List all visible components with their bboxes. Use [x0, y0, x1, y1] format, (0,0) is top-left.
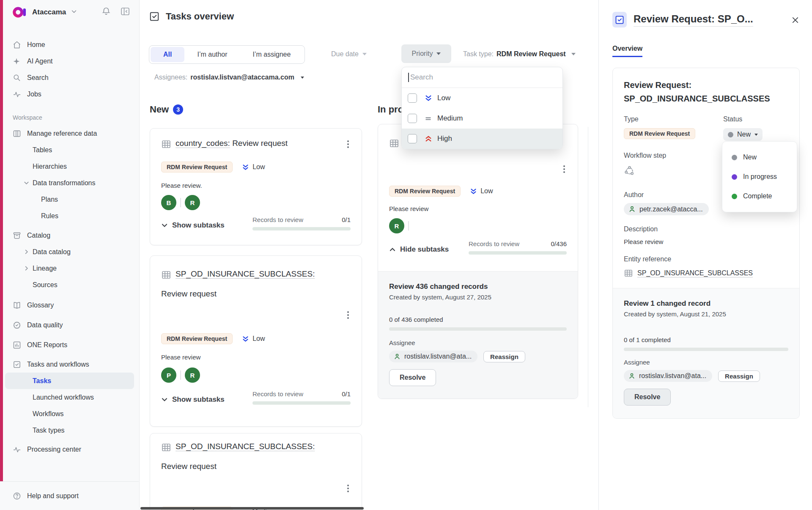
card-menu-kebab-icon[interactable] [346, 483, 351, 494]
sidebar-item-search[interactable]: Search [0, 69, 139, 86]
sidebar-item-one-reports[interactable]: ONE Reports [0, 337, 139, 353]
subtask-completed: 0 of 1 completed [624, 336, 788, 343]
card-title-suffix: Review request [161, 289, 351, 299]
card-title[interactable]: country_codes: Review request [176, 139, 288, 148]
card-entity-link[interactable]: SP_OD_INSURANCE_SUBCLASSES: [176, 442, 315, 451]
pulse-icon [13, 445, 21, 454]
tab-im-assignee[interactable]: I’m assignee [240, 47, 304, 62]
card-entity-link[interactable]: SP_OD_INSURANCE_SUBCLASSES: [176, 269, 315, 279]
avatar[interactable]: R [185, 195, 200, 210]
sidebar-item-task-types[interactable]: Task types [0, 422, 139, 439]
chevron-down-icon [23, 180, 30, 186]
card-menu-kebab-icon[interactable] [562, 164, 567, 175]
reassign-button[interactable]: Reassign [718, 370, 760, 382]
sidebar-item-rules[interactable]: Rules [0, 208, 139, 224]
collapse-sidebar-icon[interactable] [120, 6, 130, 18]
sidebar-item-processing-center[interactable]: Processing center [0, 441, 139, 458]
brand-chevron-down-icon[interactable] [71, 8, 77, 16]
priority-search-input[interactable]: Search [402, 67, 562, 88]
entity-reference-link[interactable]: SP_OD_INSURANCE_SUBCLASSES [637, 269, 753, 277]
status-option-complete[interactable]: Complete [732, 192, 787, 200]
sidebar-item-workflows[interactable]: Workflows [0, 406, 139, 422]
card-menu-kebab-icon[interactable] [346, 139, 351, 150]
checkbox[interactable] [408, 134, 417, 143]
sidebar-item-manage-reference-data[interactable]: Manage reference data [0, 125, 139, 142]
sidebar-item-ai-agent[interactable]: AI Agent [0, 53, 139, 69]
status-value: New [737, 131, 751, 138]
sidebar-item-label: ONE Reports [27, 341, 67, 349]
author-pill[interactable]: petr.zacek@atacca... [624, 203, 709, 215]
sidebar-item-plans[interactable]: Plans [0, 191, 139, 208]
close-icon[interactable] [791, 16, 799, 26]
sidebar-item-hierarchies[interactable]: Hierarchies [0, 158, 139, 175]
triangle-down-icon [436, 52, 441, 55]
priority-option-medium[interactable]: Medium [402, 108, 562, 129]
priority-text: Low [480, 187, 493, 195]
sidebar-item-label: Rules [41, 212, 58, 220]
show-subtasks-toggle[interactable]: Show subtasks [161, 221, 225, 230]
person-icon [628, 372, 636, 380]
task-card-sp-od-insurance-2[interactable]: SP_OD_INSURANCE_SUBCLASSES: Review reque… [150, 433, 362, 510]
subtask-title: Review 1 changed record [624, 299, 788, 308]
sidebar-item-data-transformations[interactable]: Data transformations [0, 175, 139, 191]
priority-option-high[interactable]: High [402, 129, 562, 149]
sidebar-item-help-and-support[interactable]: Help and support [0, 481, 139, 510]
priority-filter[interactable]: Priority [401, 44, 451, 63]
sidebar-item-home[interactable]: Home [0, 36, 139, 53]
ataccama-logo-icon[interactable] [13, 5, 26, 19]
priority-medium-icon [425, 115, 432, 122]
sidebar-item-catalog[interactable]: Catalog [0, 227, 139, 244]
checkbox[interactable] [408, 93, 417, 103]
sidebar-item-data-catalog[interactable]: Data catalog [0, 244, 139, 260]
notifications-bell-icon[interactable] [102, 7, 111, 18]
hide-subtasks-toggle[interactable]: Hide subtasks [389, 245, 449, 254]
assignee-pill[interactable]: rostislav.listvan@ata... [624, 370, 712, 382]
sidebar-item-sources[interactable]: Sources [0, 277, 139, 293]
task-card-sp-od-insurance-1[interactable]: SP_OD_INSURANCE_SUBCLASSES: Review reque… [150, 255, 362, 427]
assignees-filter[interactable]: Assignees: rostislav.listvan@ataccama.co… [154, 74, 304, 81]
sidebar-item-label: Data quality [27, 321, 63, 329]
assignees-value: rostislav.listvan@ataccama.com [190, 74, 294, 81]
records-value: 0/1 [342, 390, 351, 398]
task-card-country-codes[interactable]: country_codes: Review request RDM Review… [150, 128, 362, 245]
avatar[interactable]: R [389, 218, 404, 233]
sidebar-item-data-quality[interactable]: Data quality [0, 317, 139, 333]
status-select[interactable]: New [723, 128, 763, 141]
card-entity-link[interactable]: country_codes: [176, 139, 230, 148]
due-date-filter[interactable]: Due date [331, 50, 367, 58]
status-option-in-progress[interactable]: In progress [732, 173, 787, 181]
horizontal-scrollbar-thumb[interactable] [140, 507, 364, 510]
records-value: 0/436 [551, 240, 567, 247]
brand-name[interactable]: Ataccama [32, 8, 66, 16]
show-subtasks-toggle[interactable]: Show subtasks [161, 395, 225, 404]
card-menu-kebab-icon[interactable] [346, 310, 351, 321]
sidebar-item-lineage[interactable]: Lineage [0, 260, 139, 277]
sidebar-item-tasks[interactable]: Tasks [5, 373, 134, 389]
avatar[interactable]: R [185, 367, 200, 383]
tab-im-author[interactable]: I’m author [184, 47, 240, 62]
resolve-button[interactable]: Resolve [624, 389, 671, 406]
tab-all[interactable]: All [151, 47, 184, 62]
assignee-pill[interactable]: rostislav.listvan@ata... [389, 351, 477, 362]
tab-overview[interactable]: Overview [612, 45, 642, 57]
sidebar-item-glossary[interactable]: Glossary [0, 297, 139, 313]
resolve-button[interactable]: Resolve [389, 369, 436, 386]
priority-option-low[interactable]: Low [402, 88, 562, 108]
status-option-new[interactable]: New [732, 154, 787, 161]
sidebar-item-label: Plans [41, 196, 58, 203]
sidebar-item-tasks-and-workflows[interactable]: Tasks and workflows [0, 356, 139, 373]
task-type-filter[interactable]: Task type: RDM Review Request [463, 50, 576, 58]
book-icon [13, 301, 21, 310]
sidebar-item-launched-workflows[interactable]: Launched workflows [0, 389, 139, 406]
task-card-in-progress[interactable]: RDM Review Request Low Please review R H… [378, 124, 578, 399]
avatar[interactable]: P [161, 367, 176, 383]
checkbox[interactable] [408, 114, 417, 123]
task-type-value: RDM Review Request [497, 50, 566, 58]
reassign-button[interactable]: Reassign [483, 351, 525, 362]
card-description: Please review [389, 205, 567, 212]
sidebar-item-tables[interactable]: Tables [0, 142, 139, 158]
sidebar-item-label: Jobs [27, 90, 41, 98]
avatar[interactable]: B [161, 195, 176, 210]
detail-panel: Review Request: SP_O... Overview Review … [598, 0, 812, 510]
sidebar-item-jobs[interactable]: Jobs [0, 86, 139, 102]
